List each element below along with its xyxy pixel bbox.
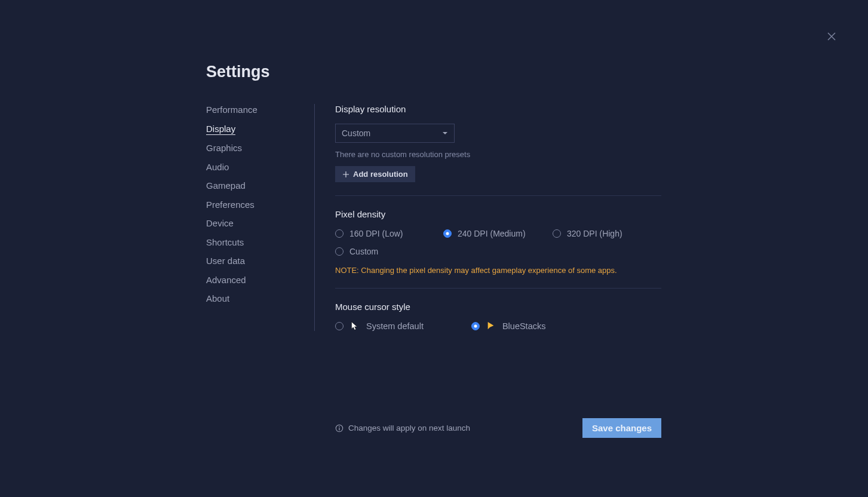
radio-label: 320 DPI (High) xyxy=(567,229,622,238)
sidebar-item-about[interactable]: About xyxy=(206,293,229,305)
radio-icon xyxy=(335,322,343,330)
chevron-down-icon xyxy=(442,130,448,136)
radio-240dpi[interactable]: 240 DPI (Medium) xyxy=(443,229,553,238)
save-changes-button[interactable]: Save changes xyxy=(582,418,661,438)
info-icon xyxy=(335,424,343,432)
close-icon xyxy=(826,31,837,42)
sidebar-item-advanced[interactable]: Advanced xyxy=(206,274,246,286)
pixel-density-section: Pixel density 160 DPI (Low) 240 DPI (Med… xyxy=(335,195,661,275)
radio-icon xyxy=(471,322,480,330)
sidebar-item-performance[interactable]: Performance xyxy=(206,104,257,116)
svg-point-1 xyxy=(339,426,340,427)
settings-content: Display resolution Custom There are no c… xyxy=(315,104,661,331)
display-resolution-section: Display resolution Custom There are no c… xyxy=(335,104,661,182)
footer-notice-text: Changes will apply on next launch xyxy=(348,424,470,432)
sidebar-item-shortcuts[interactable]: Shortcuts xyxy=(206,237,244,249)
no-presets-text: There are no custom resolution presets xyxy=(335,150,661,159)
add-resolution-label: Add resolution xyxy=(353,170,408,179)
radio-icon xyxy=(335,247,343,256)
sidebar-item-gamepad[interactable]: Gamepad xyxy=(206,180,246,192)
sidebar-item-user-data[interactable]: User data xyxy=(206,255,245,267)
cursor-label: System default xyxy=(366,321,424,331)
settings-sidebar: Performance Display Graphics Audio Gamep… xyxy=(206,104,315,331)
sidebar-item-audio[interactable]: Audio xyxy=(206,161,229,173)
radio-icon xyxy=(553,229,561,238)
resolution-select[interactable]: Custom xyxy=(335,124,455,143)
display-resolution-heading: Display resolution xyxy=(335,104,661,114)
radio-custom-dpi[interactable]: Custom xyxy=(335,247,443,256)
radio-160dpi[interactable]: 160 DPI (Low) xyxy=(335,229,443,238)
radio-320dpi[interactable]: 320 DPI (High) xyxy=(553,229,622,238)
cursor-label: BlueStacks xyxy=(502,321,546,331)
cursor-bluestacks-icon xyxy=(487,321,495,331)
close-button[interactable] xyxy=(826,31,837,42)
sidebar-item-graphics[interactable]: Graphics xyxy=(206,142,242,154)
plus-icon xyxy=(342,171,349,178)
sidebar-item-preferences[interactable]: Preferences xyxy=(206,199,254,211)
radio-icon xyxy=(335,229,343,238)
svg-rect-2 xyxy=(339,428,339,430)
cursor-default-icon xyxy=(351,321,359,331)
mouse-cursor-heading: Mouse cursor style xyxy=(335,302,661,312)
radio-label: 160 DPI (Low) xyxy=(349,229,403,238)
cursor-system-default[interactable]: System default xyxy=(335,321,424,331)
sidebar-item-device[interactable]: Device xyxy=(206,217,234,229)
add-resolution-button[interactable]: Add resolution xyxy=(335,166,415,182)
radio-label: 240 DPI (Medium) xyxy=(458,229,526,238)
cursor-bluestacks[interactable]: BlueStacks xyxy=(471,321,546,331)
sidebar-item-display[interactable]: Display xyxy=(206,123,235,136)
radio-icon xyxy=(443,229,452,238)
resolution-select-value: Custom xyxy=(342,128,370,138)
pixel-density-note: NOTE: Changing the pixel density may aff… xyxy=(335,266,661,275)
radio-label: Custom xyxy=(349,247,378,256)
pixel-density-heading: Pixel density xyxy=(335,209,661,219)
page-title: Settings xyxy=(206,63,661,81)
footer-bar: Changes will apply on next launch Save c… xyxy=(335,418,661,438)
mouse-cursor-section: Mouse cursor style System default xyxy=(335,288,661,331)
footer-notice: Changes will apply on next launch xyxy=(335,424,470,432)
